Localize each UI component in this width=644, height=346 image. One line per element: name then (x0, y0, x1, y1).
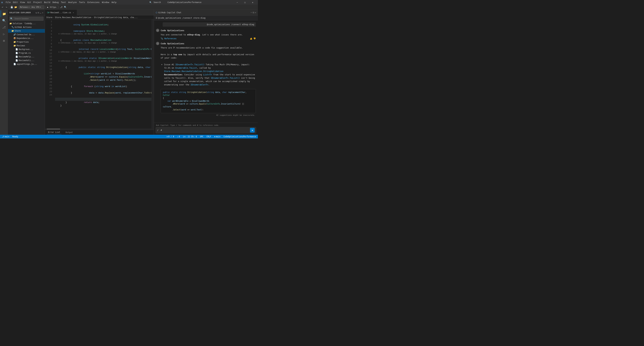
menu-view[interactable]: View (19, 1, 26, 4)
toolbar-sep-2 (18, 6, 18, 9)
sync-icon[interactable]: ↻ (36, 11, 37, 14)
tree-item-reviewvalidation[interactable]: 📄 ReviewVali... (8, 58, 45, 62)
copilot-minimize-icon[interactable]: ─ (251, 11, 252, 14)
chat-history-bar[interactable]: ☰ @code_optimizations /connect store-dia… (154, 15, 258, 20)
code-line-6: { (55, 38, 152, 42)
ref-line-9: 1 reference | Jan Kalis, 22 days ago | 1… (55, 51, 152, 53)
chat-messages: @code_optimizations /connect eShop-diag … (154, 20, 258, 123)
config-dropdown[interactable]: Release ▾ (19, 5, 30, 9)
tree-item-properties[interactable]: 📁 Properties (8, 40, 45, 44)
issue-link-1[interactable]: IEnumerable<T>.ToList() (176, 63, 204, 66)
project-status[interactable]: CodeOptimizationsPerformance (223, 135, 256, 138)
git-activity-btn[interactable]: ⎇ (1, 24, 8, 30)
ref-line-5: 4 references | Jan Kalis, 22 days ago | … (55, 33, 152, 35)
copilot-close-icon[interactable]: ✕ (255, 11, 256, 14)
search-solution-input[interactable] (14, 17, 43, 20)
warnings-status[interactable]: ⚠ 0 (176, 135, 180, 138)
ienumerable-link3[interactable]: IEnumerable<T> (190, 83, 208, 86)
extensions-activity-btn[interactable]: ⊞ (1, 37, 8, 44)
code-line-8 (55, 48, 152, 51)
chat-send-button[interactable]: ➤ (250, 128, 255, 133)
menu-build[interactable]: Build (43, 1, 51, 4)
minimize-button[interactable]: ─ (233, 0, 241, 5)
close-button[interactable]: ✕ (249, 0, 256, 5)
code-line-22: return data; (55, 98, 152, 101)
thumbup-icon[interactable]: 👍 (250, 37, 252, 40)
tree-item-dependencies[interactable]: 📦 Dependencie... (8, 36, 45, 40)
menu-help[interactable]: Help (110, 1, 117, 4)
encoding-status[interactable]: SPC (200, 135, 204, 138)
editor-tab-reviewvalidation[interactable]: C# ReviewV...tion.cs ✕ (45, 10, 77, 15)
menu-edit[interactable]: Edit (12, 1, 19, 4)
tab-close-button[interactable]: ✕ (72, 11, 75, 14)
solution-explorer: Solution Explorer ↻ ⊟ … ✕ 🔍 📁 Solution '… (8, 10, 45, 135)
chat-input-area: Ask Copilot: Type / for commands and # t… (154, 123, 258, 135)
menu-file[interactable]: File (5, 1, 12, 4)
editor-scrollbar[interactable] (45, 128, 154, 130)
chat-suggestion-bubble[interactable]: @code_optimizations /connect eShop-diag (163, 22, 256, 27)
menu-git[interactable]: Git (26, 1, 32, 4)
git-button[interactable]: ⎇ (60, 5, 63, 9)
restore-button[interactable]: □ (241, 0, 249, 5)
copilot-header-icons: ─ ⧉ ✕ (251, 11, 256, 14)
search-toolbar-button[interactable]: 🔍 (64, 5, 67, 9)
menu-extensions[interactable]: Extensions (86, 1, 100, 4)
tree-item-store[interactable]: 📁 Store (8, 29, 45, 33)
search-solution-box[interactable]: 🔍 (10, 16, 44, 21)
tree-item-reviews[interactable]: 📁 Reviews (8, 44, 45, 47)
cursor-position-status[interactable]: Ln: 22 Ch: 6 (182, 135, 198, 138)
collapse-icon[interactable]: ⊟ (38, 11, 39, 14)
start-button[interactable]: ▶ https (46, 5, 58, 9)
toolbar-sep-3 (45, 6, 45, 9)
line-ending-status[interactable]: CRLF (206, 135, 212, 138)
code-line-7: internal record LocalizedWord(string Tex… (55, 44, 152, 48)
menu-window[interactable]: Window (101, 1, 110, 4)
references-link[interactable]: 📎 References (161, 37, 176, 40)
code-line-9: private static IEnumerable<LocalizedWord… (55, 53, 152, 57)
tree-item-background[interactable]: 📄 Backgroun... (8, 47, 45, 51)
menu-project[interactable]: Project (32, 1, 43, 4)
tree-item-connected[interactable]: 🔗 Connected Se... (8, 33, 45, 36)
status-bar: ⎇ main Ready ⊘ 0 / 0 ⚠ 0 Ln: 22 Ch: 6 SP… (0, 135, 258, 138)
code-line-1: using System.Globalization; (55, 20, 152, 23)
stringval-link[interactable]: Store.Reviews.ReviewValidation.StringVal… (164, 70, 224, 72)
redo-button[interactable]: ↪ (5, 5, 8, 9)
menu-tools[interactable]: Tools (78, 1, 86, 4)
thumbdown-icon[interactable]: 👎 (253, 37, 256, 40)
tab-error-list[interactable]: Error List (47, 130, 62, 134)
code-line-13: List<string> wordList = DisallowedWords (55, 69, 152, 72)
code-line-17: foreach (string word in wordList) (55, 82, 152, 85)
tree-item-reviewhelper[interactable]: 📄 ReviewHelp... (8, 55, 45, 58)
code-content[interactable]: using System.Globalization; namespace St… (54, 19, 152, 128)
menu-debug[interactable]: Debug (52, 1, 60, 4)
scrollbar-thumb[interactable] (47, 129, 60, 130)
search-activity-btn[interactable]: 🔍 (1, 17, 8, 24)
menu-analyze[interactable]: Analyze (67, 1, 78, 4)
code-line-24: } (55, 104, 152, 107)
save-button[interactable]: 💾 (10, 5, 14, 9)
tree-item-program[interactable]: 📄 Program.cs (8, 51, 45, 55)
close-sidebar-icon[interactable]: ✕ (42, 11, 44, 14)
tab-output[interactable]: Output (64, 131, 74, 134)
branch-status2[interactable]: ⊕ main (214, 135, 221, 138)
code-line-23: } (55, 101, 152, 104)
enumerable-link[interactable]: Enumerable.ToList (176, 67, 197, 69)
ienumerable-link2[interactable]: IEnumerable<T>.ToList() (211, 77, 240, 79)
tree-item-github[interactable]: 🔧 GitHub Actions (8, 25, 45, 29)
open-button[interactable]: 📂 (14, 5, 18, 9)
code-line-20: } (55, 91, 152, 94)
more-icon[interactable]: … (40, 11, 42, 14)
debug-activity-btn[interactable]: ▷ (1, 30, 8, 37)
chat-input-field[interactable] (163, 129, 249, 132)
explorer-activity-btn[interactable]: 📁 (1, 10, 8, 17)
git-branch-status[interactable]: ⎇ main (1, 135, 10, 138)
menu-test[interactable]: Test (60, 1, 67, 4)
title-bar: ⚙ File Edit View Git Project Build Debug… (0, 0, 258, 5)
undo-button[interactable]: ↩ (1, 5, 4, 9)
platform-dropdown[interactable]: Any CPU ▾ (31, 5, 44, 9)
tree-item-solution[interactable]: 📁 Solution 'CodeOp... (8, 22, 45, 25)
errors-status[interactable]: ⊘ 0 / 0 (166, 135, 174, 138)
listt-link[interactable]: List<T> (203, 73, 212, 76)
tree-item-appsettings[interactable]: 📄 appsettings.js... (8, 62, 45, 66)
copilot-popout-icon[interactable]: ⧉ (253, 11, 254, 14)
